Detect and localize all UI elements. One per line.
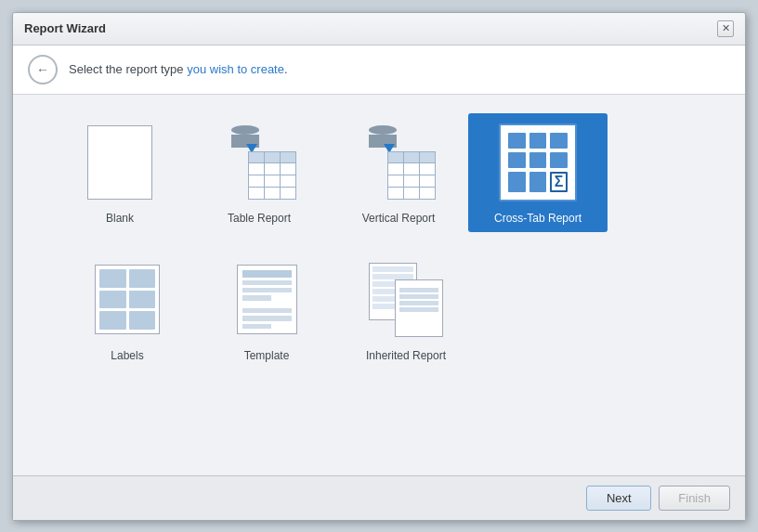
report-item-blank[interactable]: Blank	[50, 113, 190, 232]
report-item-table[interactable]: Table Report	[190, 113, 329, 232]
report-item-template[interactable]: Template	[197, 251, 336, 370]
next-button[interactable]: Next	[586, 486, 651, 511]
close-button[interactable]: ✕	[717, 20, 734, 37]
report-wizard-dialog: Report Wizard ✕ ← Select the report type…	[12, 12, 746, 521]
dialog-title: Report Wizard	[24, 21, 106, 35]
header-bar: ← Select the report type you wish to cre…	[13, 45, 745, 95]
report-row-1: Blank	[50, 113, 708, 232]
blank-icon	[73, 121, 166, 204]
labels-label: Labels	[111, 349, 143, 362]
labels-icon	[81, 258, 174, 342]
content-area: Blank	[13, 95, 745, 475]
title-bar: Report Wizard ✕	[13, 13, 745, 45]
report-item-inherited[interactable]: ↘ Inherited Report	[336, 251, 476, 370]
template-label: Template	[244, 349, 290, 362]
footer: Next Finish	[13, 475, 745, 520]
report-item-crosstab[interactable]: Σ Cross-Tab Report	[468, 113, 608, 232]
table-icon	[213, 121, 306, 204]
inherited-icon: ↘	[359, 258, 452, 342]
vertical-icon	[352, 121, 445, 204]
table-label: Table Report	[228, 212, 291, 225]
vertical-label: Vertical Report	[362, 212, 436, 225]
back-button[interactable]: ←	[28, 55, 58, 84]
crosstab-label: Cross-Tab Report	[494, 212, 582, 225]
inherited-label: Inherited Report	[366, 349, 446, 362]
template-icon	[220, 258, 313, 342]
report-item-labels[interactable]: Labels	[58, 251, 197, 370]
finish-button[interactable]: Finish	[659, 486, 730, 511]
report-item-vertical[interactable]: Vertical Report	[329, 113, 468, 232]
instruction-text: Select the report type you wish to creat…	[69, 62, 288, 76]
report-row-2: Labels Template	[50, 251, 708, 370]
crosstab-icon: Σ	[491, 121, 584, 204]
blank-label: Blank	[106, 212, 134, 225]
